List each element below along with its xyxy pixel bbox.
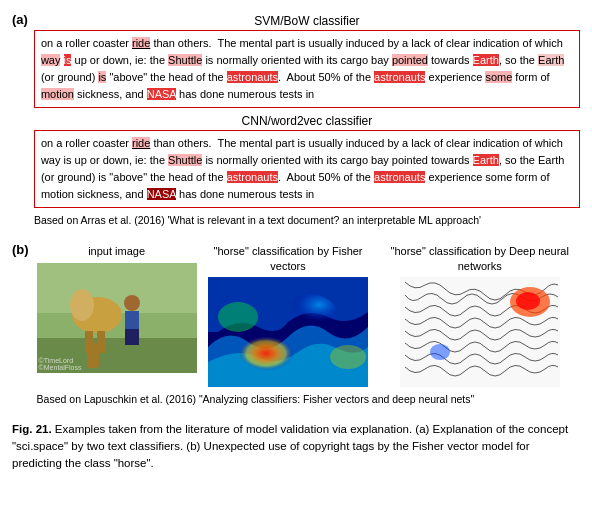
svg-point-15	[330, 345, 366, 369]
svg-point-13	[280, 294, 336, 330]
input-image-col: input image	[37, 244, 197, 372]
horse-credit: ©TimeLord©MentalFloss	[39, 357, 82, 371]
fisher-image	[208, 277, 368, 387]
nn-image	[400, 277, 560, 387]
svm-text-box: on a roller coaster ride than others. Th…	[34, 30, 580, 108]
svg-rect-10	[132, 329, 139, 345]
svg-rect-5	[97, 331, 105, 353]
section-a-label: (a)	[12, 12, 28, 27]
svg-point-12	[238, 327, 308, 371]
section-a-content: SVM/BoW classifier on a roller coaster r…	[34, 10, 580, 234]
fig-caption-text: Examples taken from the literature of mo…	[12, 423, 568, 470]
svg-rect-8	[125, 311, 139, 329]
svm-title: SVM/BoW classifier	[34, 14, 580, 28]
fisher-image-col: "horse" classification by Fisher vectors	[205, 244, 372, 387]
horse-image: ©TimeLord©MentalFloss	[37, 263, 197, 373]
col3-title: "horse" classification by Deep neural ne…	[379, 244, 580, 273]
section-b-label: (b)	[12, 242, 29, 257]
cnn-text-box: on a roller coaster ride than others. Th…	[34, 130, 580, 208]
section-b-caption: Based on Lapuschkin et al. (2016) "Analy…	[37, 393, 580, 405]
svg-point-18	[516, 292, 540, 310]
svg-point-19	[430, 344, 450, 360]
col2-title: "horse" classification by Fisher vectors	[205, 244, 372, 273]
svg-rect-4	[85, 331, 93, 353]
svg-point-7	[124, 295, 140, 311]
images-row: input image	[37, 244, 580, 387]
fig-caption-label: Fig. 21.	[12, 423, 52, 435]
svm-text: on a roller coaster ride than others. Th…	[41, 37, 564, 100]
nn-image-col: "horse" classification by Deep neural ne…	[379, 244, 580, 387]
svg-rect-9	[125, 329, 132, 345]
section-a-caption: Based on Arras et al. (2016) 'What is re…	[34, 214, 580, 226]
fig-caption: Fig. 21. Examples taken from the literat…	[12, 421, 580, 473]
svg-point-14	[218, 302, 258, 332]
section-b: (b) input image	[12, 240, 580, 413]
cnn-text: on a roller coaster ride than others. Th…	[41, 137, 564, 200]
col1-title: input image	[88, 244, 145, 258]
svg-point-6	[70, 289, 94, 321]
cnn-title: CNN/word2vec classifier	[34, 114, 580, 128]
